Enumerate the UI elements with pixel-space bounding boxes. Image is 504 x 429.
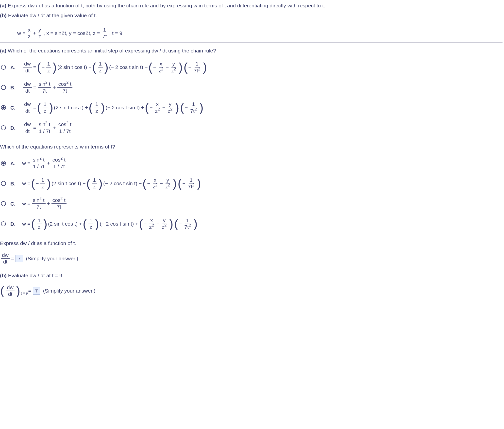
q1-option-a[interactable]: A. dwdt = (− 1z) (2 sin t cos t) − (1z) … — [0, 59, 503, 75]
express-answer-row: dwdt = 7 (Simplify your answer.) — [0, 252, 503, 265]
radio-q1-b[interactable] — [1, 85, 6, 90]
part-b-answer-row: ( dwdt ) t = 9 = 7 (Simplify your answer… — [0, 284, 503, 297]
radio-q1-c[interactable] — [1, 105, 6, 110]
radio-q1-d[interactable] — [1, 125, 6, 130]
answer-input-express[interactable]: 7 — [16, 255, 23, 262]
q2-option-a[interactable]: A. w = sin2 t1 / 7t + cos2 t1 / 7t — [0, 155, 503, 171]
q2-option-b[interactable]: B. w = (− 1z) (2 sin t cos t) − (1z) (− … — [0, 176, 503, 191]
divider — [0, 42, 503, 43]
q1-option-d[interactable]: D. dwdt = sin2 t1 / 7t + cos2 t1 / 7t — [0, 120, 503, 136]
question-2-text: Which of the equations represents w in t… — [0, 143, 503, 151]
radio-q2-c[interactable] — [1, 201, 6, 206]
part-b-evaluate-prompt: (b) Evaluate dw / dt at t = 9. — [0, 271, 503, 280]
q1-option-b[interactable]: B. dwdt = sin2 t7t + cos2 t7t — [0, 80, 503, 95]
radio-q1-a[interactable] — [1, 65, 6, 70]
answer-input-partb[interactable]: 7 — [33, 287, 40, 295]
radio-q2-b[interactable] — [1, 181, 6, 186]
radio-q2-d[interactable] — [1, 221, 6, 226]
part-b-prompt: (b) Evaluate dw / dt at the given value … — [0, 11, 503, 20]
question-1-text: (a) Which of the equations represents an… — [0, 47, 503, 55]
q1-option-c[interactable]: C. dwdt = (1z) (2 sin t cos t) + (1z) (−… — [0, 100, 503, 116]
q2-option-d[interactable]: D. w = (1z) (2 sin t cos t) + (1z) (− 2 … — [0, 216, 503, 232]
given-equations: w = xz + yz , x = sin2 t, y = cos2 t, z … — [17, 27, 503, 39]
q2-option-c[interactable]: C. w = sin2 t7t + cos2 t7t — [0, 196, 503, 212]
part-a-prompt: (a) Express dw / dt as a function of t, … — [0, 1, 503, 10]
radio-q2-a[interactable] — [1, 161, 6, 166]
express-prompt: Express dw / dt as a function of t. — [0, 239, 503, 248]
